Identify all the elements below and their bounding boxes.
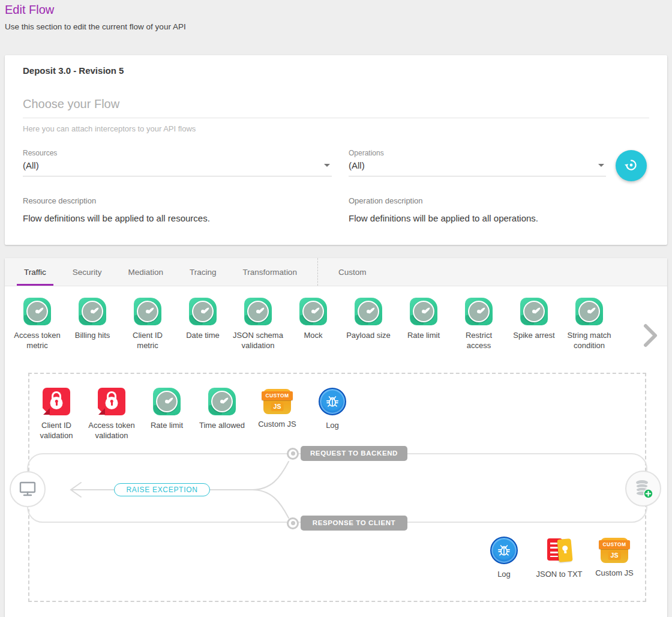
refresh-flow-button[interactable] (616, 150, 647, 181)
tray-item-label: Date time (186, 331, 220, 341)
tray-item-client-id-metric[interactable]: Client ID metric (122, 298, 173, 351)
gauge-icon (520, 298, 548, 325)
tab-transformation[interactable]: Transformation (230, 258, 310, 286)
gauge-icon (244, 298, 272, 325)
response-to-client-label: RESPONSE TO CLIENT (301, 516, 407, 531)
tab-traffic[interactable]: Traffic (11, 258, 59, 286)
monitor-icon (19, 481, 37, 498)
page-subtitle: Use this section to edit the current flo… (5, 22, 667, 31)
gauge-icon (299, 298, 327, 325)
backend-endpoint[interactable] (625, 471, 661, 507)
operation-description-label: Operation description (349, 196, 538, 205)
tray-item-label: Mock (304, 331, 322, 341)
tray-item-label: Access token metric (11, 331, 63, 351)
tray-item-label: Payload size (346, 331, 391, 341)
api-revision-title: Deposit 3.0 - Revision 5 (23, 65, 649, 76)
resources-select[interactable]: Resources (All) (23, 149, 332, 176)
resource-description-block: Resource description Flow definitions wi… (23, 196, 349, 223)
tab-tracing[interactable]: Tracing (176, 258, 230, 286)
operations-label: Operations (349, 149, 606, 157)
tray-item-string-match-condition[interactable]: String match condition (563, 298, 615, 351)
tray-item-mock[interactable]: Mock (287, 298, 339, 351)
interceptor-tray: Access token metric Billing hits Client … (5, 286, 667, 357)
response-connector-node[interactable] (287, 517, 299, 529)
tray-item-label: Billing hits (75, 331, 110, 341)
resource-description-text: Flow definitions will be applied to all … (23, 213, 349, 223)
interceptors-card: Traffic Security Mediation Tracing Trans… (5, 258, 667, 617)
gauge-icon (355, 298, 382, 325)
chevron-down-icon (324, 164, 330, 167)
tray-item-billing-hits[interactable]: Billing hits (67, 298, 118, 351)
tray-item-label: Spike arrest (513, 331, 554, 341)
tray-item-payload-size[interactable]: Payload size (343, 298, 394, 351)
client-endpoint[interactable] (10, 471, 46, 507)
tray-item-label: String match condition (563, 331, 615, 351)
tab-custom[interactable]: Custom (325, 258, 380, 286)
choose-flow-hint: Here you can attach interceptors to your… (23, 124, 649, 133)
raise-exception-label: RAISE EXCEPTION (114, 483, 210, 496)
flow-selects-row: Resources (All) Operations (All) (23, 149, 649, 181)
tray-item-label: Client ID metric (122, 331, 173, 351)
resources-label: Resources (23, 149, 332, 157)
resources-value: (All) (23, 160, 39, 170)
tray-item-label: Rate limit (407, 331, 440, 341)
operation-description-text: Flow definitions will be applied to all … (349, 213, 538, 223)
flow-diagram-zone: Client ID validation Access token valida… (28, 373, 646, 602)
gauge-icon (465, 298, 493, 325)
page-title: Edit Flow (5, 3, 667, 17)
gauge-icon (410, 298, 437, 325)
gauge-icon (189, 298, 217, 325)
chevron-down-icon (598, 164, 604, 167)
descriptions-row: Resource description Flow definitions wi… (23, 196, 649, 223)
tab-divider (317, 258, 318, 286)
tray-item-restrict-access[interactable]: Restrict access (453, 298, 505, 351)
tab-mediation[interactable]: Mediation (115, 258, 177, 286)
tray-item-label: Restrict access (453, 331, 505, 351)
tray-item-access-token-metric[interactable]: Access token metric (11, 298, 63, 351)
tray-item-spike-arrest[interactable]: Spike arrest (508, 298, 560, 351)
page-header: Edit Flow Use this section to edit the c… (0, 0, 672, 31)
request-to-backend-label: REQUEST TO BACKEND (301, 446, 407, 461)
operations-value-row[interactable]: (All) (349, 160, 606, 176)
tray-item-date-time[interactable]: Date time (177, 298, 229, 351)
request-connector-node[interactable] (287, 448, 299, 460)
chevron-right-icon (643, 324, 658, 348)
operation-description-block: Operation description Flow definitions w… (349, 196, 538, 223)
flow-selection-card: Deposit 3.0 - Revision 5 Choose your Flo… (5, 55, 667, 245)
tab-security[interactable]: Security (59, 258, 115, 286)
tray-scroll-right-button[interactable] (643, 324, 658, 350)
gauge-icon (575, 298, 603, 325)
tray-item-json-schema-validation[interactable]: JSON schema validation (232, 298, 284, 351)
choose-flow-heading: Choose your Flow (23, 97, 649, 118)
gauge-icon (134, 298, 161, 325)
tray-item-label: JSON schema validation (232, 331, 284, 351)
operations-select[interactable]: Operations (All) (349, 149, 606, 176)
resources-value-row[interactable]: (All) (23, 160, 332, 176)
gauge-icon (79, 298, 106, 325)
gauge-icon (23, 298, 51, 325)
operations-value: (All) (349, 160, 365, 170)
interceptor-tabbar: Traffic Security Mediation Tracing Trans… (5, 258, 667, 286)
database-add-icon (632, 478, 655, 499)
tray-item-rate-limit[interactable]: Rate limit (398, 298, 449, 351)
refresh-icon (623, 157, 639, 175)
resource-description-label: Resource description (23, 196, 349, 205)
